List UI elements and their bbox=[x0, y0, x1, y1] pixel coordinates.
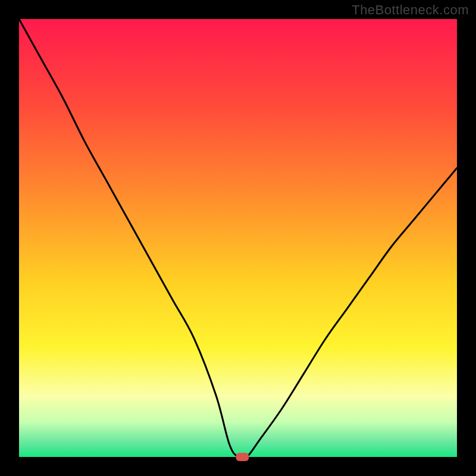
plot-background bbox=[19, 19, 457, 457]
chart-frame: TheBottleneck.com bbox=[0, 0, 476, 476]
bottleneck-chart bbox=[0, 0, 476, 476]
optimum-marker bbox=[236, 453, 249, 461]
watermark-text: TheBottleneck.com bbox=[352, 2, 469, 18]
